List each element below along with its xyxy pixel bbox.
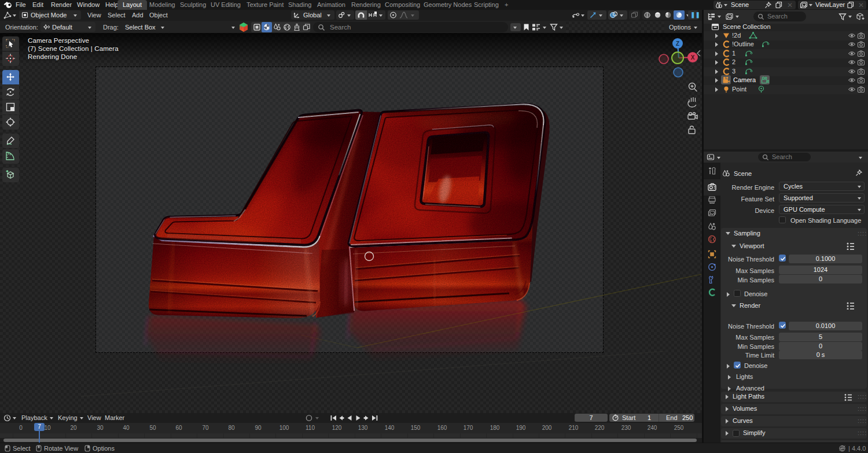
- svg-text:X: X: [691, 54, 695, 61]
- svg-text:Z: Z: [676, 40, 679, 47]
